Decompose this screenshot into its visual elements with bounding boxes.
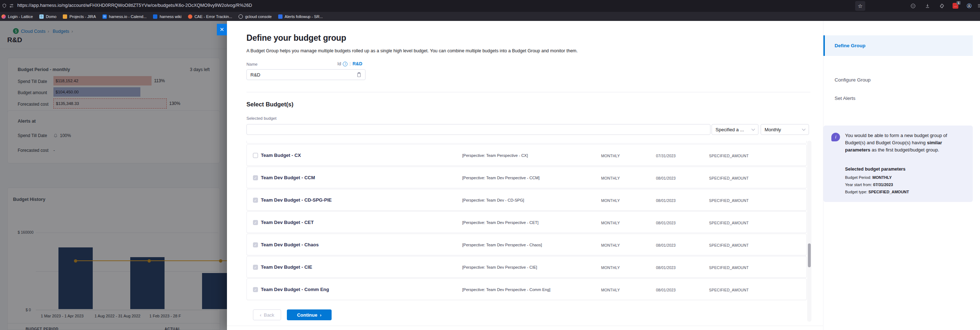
- budget-row[interactable]: ✓ Team Dev Budget - Chaos [Perspective: …: [247, 234, 807, 255]
- budget-perspective: [Perspective: Team Dev Perspective - Cha…: [462, 243, 542, 247]
- info-bubble-icon: i: [831, 133, 840, 141]
- info-panel: i You would be able to form a new budget…: [823, 125, 973, 202]
- bookmark-gcloud-console[interactable]: gcloud console: [239, 14, 271, 19]
- google-calendar-favicon: 31: [102, 14, 107, 19]
- budget-type: SPECIFIED_AMOUNT: [709, 265, 749, 270]
- period-dropdown-value: Monthly: [765, 127, 781, 132]
- clipboard-icon[interactable]: [356, 72, 362, 78]
- extension-badge: 1: [956, 1, 961, 5]
- bookmark-domo[interactable]: DDomo: [39, 14, 56, 19]
- close-icon[interactable]: ✕: [217, 24, 227, 35]
- list-scrollbar-thumb[interactable]: [808, 243, 811, 267]
- back-button[interactable]: ‹ Back: [253, 309, 281, 320]
- budget-start-date: 08/01/2023: [656, 221, 676, 225]
- bookmark-alerts-followup[interactable]: Alerts followup - SR...: [278, 14, 323, 19]
- url-text[interactable]: https://app.harness.io/ng/account/wFHXHD…: [18, 3, 252, 8]
- bookmark-harness-wiki[interactable]: harness wiki: [153, 14, 181, 19]
- step-configure-group[interactable]: Configure Group: [823, 74, 973, 85]
- wiki-favicon: [153, 14, 158, 19]
- budget-perspective: [Perspective: Team Dev Perspective - CIE…: [462, 265, 537, 270]
- password-manager-icon[interactable]: …1: [952, 2, 959, 10]
- pocket-icon[interactable]: [909, 2, 916, 10]
- budget-name: Team Dev Budget - CET: [261, 220, 313, 225]
- info-text: You would be able to form a new budget g…: [845, 132, 963, 154]
- downloads-icon[interactable]: [924, 2, 931, 10]
- bookmark-login-lattice[interactable]: Login - Lattice: [2, 14, 33, 19]
- budget-perspective: [Perspective: Team Dev Perspective - CET…: [462, 221, 538, 225]
- row-checkbox: ✓: [253, 220, 258, 225]
- budget-start-date: 08/01/2023: [656, 288, 676, 292]
- budget-type-dropdown-value: Specified a ...: [716, 127, 744, 132]
- section-divider: [247, 92, 810, 92]
- budget-period: MONTHLY: [601, 176, 620, 180]
- selected-budget-parameters-heading: Selected budget parameters: [845, 167, 905, 172]
- profile-avatar-icon[interactable]: [966, 2, 973, 10]
- bookmarks-bar: Login - Lattice DDomo Projects - JIRA 31…: [0, 12, 980, 21]
- id-line: Id i : R&D: [337, 61, 362, 67]
- bookmark-star-icon[interactable]: ☆: [855, 1, 865, 11]
- shield-icon[interactable]: [1, 2, 8, 10]
- budget-type: SPECIFIED_AMOUNT: [709, 154, 749, 158]
- budget-period: MONTHLY: [601, 288, 620, 292]
- bookmark-cae-error-tracking[interactable]: CAE - Error Trackin...: [188, 14, 232, 19]
- budget-row[interactable]: ✓ Team Dev Budget - CCM [Perspective: Te…: [247, 167, 807, 188]
- row-checkbox: ✓: [253, 175, 258, 180]
- row-checkbox: ✓: [253, 198, 258, 203]
- modal-description: A Budget Group helps you manage multiple…: [247, 48, 578, 53]
- bookmark-harness-calendar[interactable]: 31harness.io - Calend...: [102, 14, 147, 19]
- budget-period: MONTHLY: [601, 243, 620, 248]
- selected-budget-label: Selected budget: [247, 116, 277, 121]
- list-scrollbar-track[interactable]: [807, 141, 811, 322]
- wizard-steps-panel: Define Group Configure Group Set Alerts …: [823, 21, 980, 330]
- select-budgets-title: Select Budget(s): [247, 101, 293, 108]
- budget-row[interactable]: ✓ Team Dev Budget - CET [Perspective: Te…: [247, 211, 807, 233]
- step-set-alerts[interactable]: Set Alerts: [823, 93, 973, 103]
- param-budget-period: Budget Period: MONTHLY: [845, 175, 892, 179]
- budget-start-date: 08/01/2023: [656, 198, 676, 203]
- continue-button[interactable]: Continue ›: [287, 309, 332, 320]
- permissions-sliders-icon[interactable]: [8, 2, 15, 10]
- param-year-start: Year start from: 07/31/2023: [845, 182, 893, 187]
- budget-row[interactable]: ✓ Team Dev Budget - Comm Eng [Perspectiv…: [247, 278, 807, 300]
- period-dropdown[interactable]: Monthly: [760, 124, 809, 135]
- budget-group-modal: Define your budget group A Budget Group …: [227, 21, 980, 330]
- budget-perspective: [Perspective: Team Dev - CD-SPG]: [462, 198, 524, 202]
- budget-type-dropdown[interactable]: Specified a ...: [711, 124, 759, 135]
- lattice-favicon: [2, 14, 6, 19]
- gcloud-favicon: [239, 14, 243, 19]
- budget-name: Team Dev Budget - Chaos: [261, 242, 318, 248]
- extensions-puzzle-icon[interactable]: [938, 2, 945, 10]
- chevron-down-icon: [752, 127, 755, 131]
- info-icon[interactable]: i: [343, 62, 347, 67]
- budget-row[interactable]: ✓ Team Budget - CX [Perspective: Team Pe…: [247, 144, 807, 166]
- partial-row-above: [247, 141, 807, 144]
- budget-name: Team Dev Budget - CCM: [261, 175, 315, 180]
- row-checkbox[interactable]: ✓: [253, 153, 258, 158]
- id-colon: :: [349, 61, 350, 67]
- budget-type: SPECIFIED_AMOUNT: [709, 243, 749, 248]
- row-checkbox: ✓: [253, 242, 258, 248]
- error-tracking-favicon: [188, 14, 192, 19]
- browser-url-bar: https://app.harness.io/ng/account/wFHXHD…: [0, 0, 980, 12]
- budget-row[interactable]: ✓ Team Dev Budget - CIE [Perspective: Te…: [247, 256, 807, 278]
- chevron-down-icon: [802, 127, 806, 131]
- budget-perspective: [Perspective: Team Dev Perspective - CCM…: [462, 176, 539, 180]
- budget-start-date: 08/01/2023: [656, 243, 676, 248]
- budget-name: Team Dev Budget - CD-SPG-PIE: [261, 197, 332, 203]
- budget-start-date: 08/01/2023: [656, 176, 676, 180]
- bookmark-projects-jira[interactable]: Projects - JIRA: [63, 14, 95, 19]
- budget-start-date: 07/31/2023: [656, 154, 676, 158]
- budget-type: SPECIFIED_AMOUNT: [709, 198, 749, 203]
- step-define-group[interactable]: Define Group: [823, 35, 973, 56]
- budget-perspective: [Perspective: Team Dev Perspective - Com…: [462, 287, 550, 292]
- name-label: Name: [247, 62, 258, 67]
- id-value[interactable]: R&D: [353, 61, 362, 67]
- name-input[interactable]: [247, 69, 366, 80]
- budget-name: Team Dev Budget - CIE: [261, 264, 312, 270]
- budget-name: Team Budget - CX: [261, 152, 301, 158]
- menu-hamburger-icon[interactable]: [976, 2, 980, 10]
- budget-row[interactable]: ✓ Team Dev Budget - CD-SPG-PIE [Perspect…: [247, 189, 807, 211]
- row-checkbox: ✓: [253, 287, 258, 292]
- selected-budget-input[interactable]: [247, 124, 711, 135]
- budget-name: Team Dev Budget - Comm Eng: [261, 287, 329, 292]
